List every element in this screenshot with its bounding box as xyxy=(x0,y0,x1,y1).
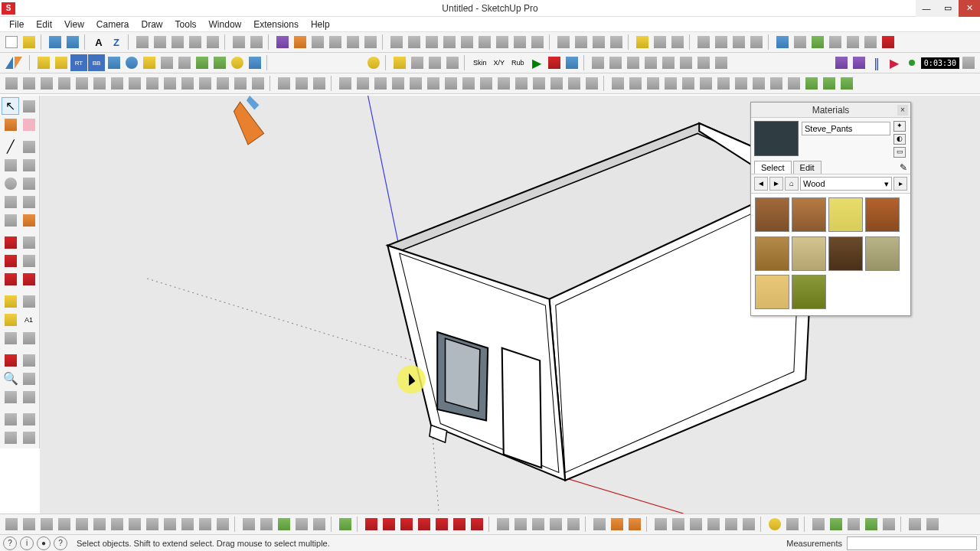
tool-icon[interactable] xyxy=(495,516,511,533)
status-user-icon[interactable]: i xyxy=(20,536,34,550)
tool-icon[interactable] xyxy=(337,75,354,92)
tape-icon[interactable] xyxy=(2,292,19,310)
drop-icon[interactable] xyxy=(363,516,380,533)
tool-icon[interactable] xyxy=(276,75,292,92)
undo-icon[interactable] xyxy=(47,34,64,51)
house-icon[interactable] xyxy=(309,34,326,51)
eyedropper-icon[interactable]: ✎ xyxy=(900,162,907,173)
tool-icon[interactable] xyxy=(695,54,712,71)
look-around-icon[interactable] xyxy=(20,410,38,428)
tool-icon[interactable] xyxy=(627,75,644,92)
arc3-icon[interactable] xyxy=(2,211,19,229)
tool-icon[interactable] xyxy=(838,75,855,92)
material-swatch-wood-10[interactable] xyxy=(792,275,826,309)
maximize-button[interactable]: ▭ xyxy=(937,0,959,17)
tool-icon[interactable] xyxy=(176,54,193,71)
box-icon[interactable] xyxy=(292,34,309,51)
tool-icon[interactable] xyxy=(106,54,122,71)
tool-icon[interactable] xyxy=(642,54,659,71)
tool-icon[interactable] xyxy=(250,75,266,92)
tool-icon[interactable] xyxy=(688,516,704,533)
move-icon[interactable] xyxy=(2,233,19,251)
menu-file[interactable]: File xyxy=(3,18,30,31)
tool-icon[interactable] xyxy=(204,34,221,51)
followme-icon[interactable] xyxy=(20,252,38,269)
tool-icon[interactable] xyxy=(372,75,389,92)
tool-icon[interactable] xyxy=(179,516,196,533)
material-library-dropdown[interactable]: Wood▾ xyxy=(800,177,892,191)
tool-icon[interactable] xyxy=(423,34,440,51)
timer-dot-icon[interactable] xyxy=(903,54,920,71)
tool-icon[interactable] xyxy=(678,54,694,71)
status-geo-icon[interactable]: ? xyxy=(54,536,67,550)
material-swatch-wood-2[interactable] xyxy=(792,197,826,232)
menu-draw[interactable]: Draw xyxy=(136,18,169,31)
tool-icon[interactable] xyxy=(555,34,572,51)
tool-icon[interactable] xyxy=(276,516,292,533)
tool-icon[interactable] xyxy=(354,75,371,92)
letter-a-icon[interactable]: A xyxy=(90,34,107,51)
tool-icon[interactable] xyxy=(3,75,20,92)
record-icon[interactable] xyxy=(546,54,563,71)
pushpull-icon[interactable] xyxy=(20,233,38,251)
timer-prev-icon[interactable] xyxy=(833,54,850,71)
tool-icon[interactable] xyxy=(441,34,458,51)
tool-icon[interactable] xyxy=(652,34,668,51)
tool-icon[interactable] xyxy=(74,75,90,92)
scale-icon[interactable] xyxy=(2,270,19,288)
measurements-input[interactable] xyxy=(847,536,977,550)
material-swatch-wood-9[interactable] xyxy=(755,275,789,309)
tool-icon[interactable] xyxy=(214,516,231,533)
tool-icon[interactable] xyxy=(197,516,214,533)
position-camera-icon[interactable] xyxy=(2,410,19,428)
tool-icon[interactable] xyxy=(35,54,52,71)
materials-tab-select[interactable]: Select xyxy=(754,161,792,174)
tool-icon[interactable] xyxy=(697,75,714,92)
tool-icon[interactable] xyxy=(214,75,231,92)
zoom-window-icon[interactable] xyxy=(20,370,38,387)
material-swatch-wood-6[interactable] xyxy=(792,236,826,271)
tool-icon[interactable] xyxy=(713,54,730,71)
tool-icon[interactable] xyxy=(733,75,750,92)
tool-icon[interactable] xyxy=(179,75,196,92)
offset-icon[interactable] xyxy=(20,270,38,288)
rub-button[interactable]: Rub xyxy=(508,54,528,71)
orbit-icon[interactable] xyxy=(2,351,19,369)
minimize-button[interactable]: — xyxy=(916,0,937,17)
rotate-icon[interactable] xyxy=(2,252,19,269)
tool-icon[interactable] xyxy=(680,75,697,92)
tool-icon[interactable] xyxy=(906,516,923,533)
freehand-icon[interactable] xyxy=(20,138,38,155)
tool-icon[interactable] xyxy=(388,34,405,51)
section-icon[interactable] xyxy=(20,429,38,446)
tool-icon[interactable] xyxy=(91,516,108,533)
tool-icon[interactable] xyxy=(645,75,662,92)
tool-icon[interactable] xyxy=(425,75,442,92)
tool-icon[interactable] xyxy=(809,34,826,51)
menu-extensions[interactable]: Extensions xyxy=(247,18,305,31)
paint-bucket-icon[interactable] xyxy=(2,116,19,133)
drop-icon[interactable] xyxy=(416,516,433,533)
dimension-icon[interactable] xyxy=(20,292,38,310)
tool-icon[interactable] xyxy=(158,54,175,71)
redo-icon[interactable] xyxy=(64,34,81,51)
globe-icon[interactable] xyxy=(123,54,140,71)
tool-icon[interactable] xyxy=(74,516,90,533)
tool-icon[interactable] xyxy=(230,34,247,51)
mirror-icon[interactable] xyxy=(3,54,26,71)
tool-icon[interactable] xyxy=(695,34,712,51)
tool-icon[interactable] xyxy=(827,34,844,51)
tool-icon[interactable] xyxy=(652,516,669,533)
tool-icon[interactable] xyxy=(626,516,643,533)
eraser-icon[interactable] xyxy=(20,116,38,133)
menu-window[interactable]: Window xyxy=(203,18,248,31)
tool-icon[interactable] xyxy=(56,516,73,533)
materials-tab-edit[interactable]: Edit xyxy=(793,161,822,174)
tool-icon[interactable] xyxy=(126,516,143,533)
materials-panel[interactable]: Materials × ✦ ◐ ▭ Select Edit ✎ ◄ ► ⌂ Wo… xyxy=(750,102,911,316)
tool-icon[interactable] xyxy=(565,516,582,533)
rt-icon[interactable]: RT xyxy=(70,54,87,71)
circle-icon[interactable] xyxy=(2,174,19,192)
menu-tools[interactable]: Tools xyxy=(169,18,203,31)
material-option-icon[interactable]: ▭ xyxy=(893,147,906,158)
